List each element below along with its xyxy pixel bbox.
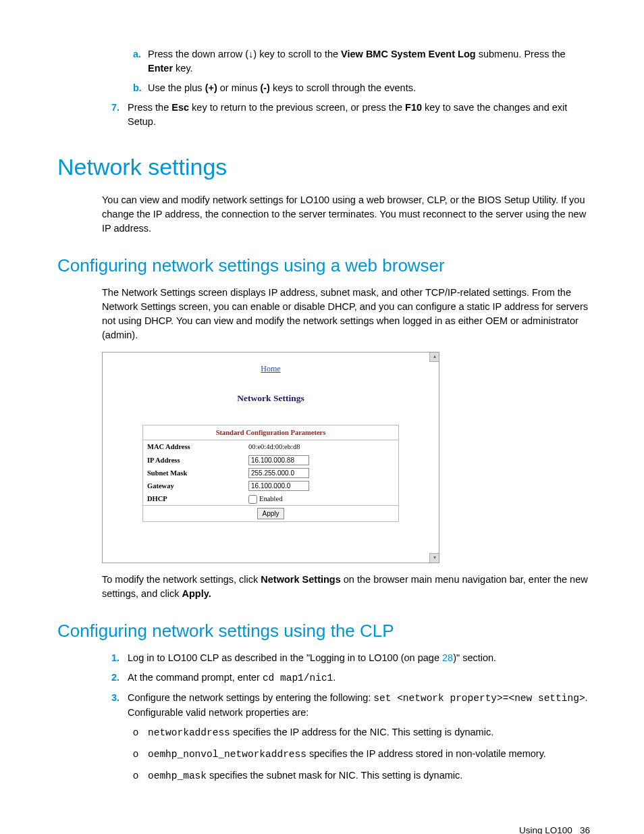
network-settings-figure: ▴ Home Network Settings Standard Configu… <box>102 352 439 563</box>
input-subnet[interactable] <box>248 468 309 478</box>
substep-text: Use the plus (+) or minus (-) keys to sc… <box>148 81 590 95</box>
apply-row: Apply <box>143 505 398 521</box>
substep-text: Press the down arrow (↓) key to scroll t… <box>148 47 590 76</box>
scroll-down-icon: ▾ <box>429 553 439 563</box>
bullet-icon: o <box>133 768 148 783</box>
text-bold: (-) <box>260 82 270 93</box>
text-fragment: key to return to the previous screen, or… <box>189 102 405 113</box>
browser-paragraph: The Network Settings screen displays IP … <box>102 286 590 342</box>
substep-marker: b. <box>133 81 148 95</box>
bullet-text: networkaddress specifies the IP address … <box>148 725 590 740</box>
code-text: oemhp_mask <box>148 771 207 781</box>
text-fragment: . <box>333 672 336 683</box>
page-footer: Using LO100 36 <box>57 824 590 834</box>
config-table: Standard Configuration Parameters MAC Ad… <box>142 425 399 522</box>
page-link[interactable]: 28 <box>442 652 453 663</box>
clp-step-3: 3. Configure the network settings by ent… <box>111 691 590 720</box>
intro-paragraph: You can view and modify network settings… <box>102 193 590 236</box>
scroll-up-icon: ▴ <box>429 353 439 362</box>
code-text: oemhp_nonvol_networkaddress <box>148 749 306 760</box>
text-fragment: keys to scroll through the events. <box>270 82 416 93</box>
code-text: networkaddress <box>148 727 230 738</box>
step-7: 7. Press the Esc key to return to the pr… <box>111 101 590 129</box>
text-fragment: At the command prompt, enter <box>128 672 263 683</box>
text-fragment: Press the down arrow (↓) key to scroll t… <box>148 49 341 59</box>
row-dhcp: DHCP Enabled <box>143 492 398 505</box>
clp-step-list: 1. Log in to LO100 CLP as described in t… <box>111 651 590 720</box>
input-gateway[interactable] <box>248 481 309 491</box>
bullet-nonvol: o oemhp_nonvol_networkaddress specifies … <box>133 747 590 762</box>
bullet-mask: o oemhp_mask specifies the subnet mask f… <box>133 768 590 783</box>
modify-paragraph: To modify the network settings, click Ne… <box>102 573 590 601</box>
text-bold: F10 <box>405 102 422 113</box>
text-fragment: specifies the IP address for the NIC. Th… <box>230 727 493 737</box>
text-fragment: key. <box>173 63 193 74</box>
text-fragment: To modify the network settings, click <box>102 574 261 585</box>
code-text: cd map1/nic1 <box>263 673 333 683</box>
step-list: 7. Press the Esc key to return to the pr… <box>111 101 590 129</box>
apply-button[interactable]: Apply <box>257 508 284 519</box>
label-mac: MAC Address <box>147 442 248 452</box>
row-gateway: Gateway <box>143 479 398 492</box>
heading-network-settings: Network settings <box>57 151 590 184</box>
text-fragment: specifies the subnet mask for NIC. This … <box>207 770 462 781</box>
substep-a: a. Press the down arrow (↓) key to scrol… <box>133 47 590 76</box>
text-fragment: )" section. <box>453 652 496 663</box>
figure-body: ▴ Home Network Settings Standard Configu… <box>103 353 439 563</box>
checkbox-dhcp[interactable] <box>248 495 257 504</box>
text-fragment: or minus <box>217 82 261 93</box>
text-fragment: submenu. Press the <box>476 49 566 59</box>
substep-b: b. Use the plus (+) or minus (-) keys to… <box>133 81 590 95</box>
figure-title: Network Settings <box>119 392 423 405</box>
bullet-icon: o <box>133 725 148 740</box>
footer-page-number: 36 <box>580 825 590 834</box>
step-marker: 7. <box>111 101 128 129</box>
text-fragment: specifies the IP address stored in non-v… <box>306 748 546 759</box>
step-marker: 1. <box>111 651 128 665</box>
dhcp-enabled-text: Enabled <box>259 495 282 502</box>
step-marker: 2. <box>111 671 128 685</box>
footer-section: Using LO100 <box>519 825 572 834</box>
clp-step-1: 1. Log in to LO100 CLP as described in t… <box>111 651 590 665</box>
text-bold: (+) <box>205 82 217 93</box>
step-text: Press the Esc key to return to the previ… <box>128 101 590 129</box>
clp-step-2: 2. At the command prompt, enter cd map1/… <box>111 671 590 685</box>
text-fragment: Use the plus <box>148 82 205 93</box>
label-ip: IP Address <box>147 455 248 465</box>
row-mac: MAC Address 00:e0:4d:00:eb:d8 <box>143 440 398 453</box>
step-text: Configure the network settings by enteri… <box>128 691 590 720</box>
text-bold: Network Settings <box>261 574 340 585</box>
label-dhcp: DHCP <box>147 494 248 504</box>
step-text: Log in to LO100 CLP as described in the … <box>128 651 590 665</box>
row-ip: IP Address <box>143 454 398 467</box>
text-bold: View BMC System Event Log <box>341 49 476 59</box>
heading-config-browser: Configuring network settings using a web… <box>57 253 590 279</box>
label-subnet: Subnet Mask <box>147 468 248 478</box>
bullet-networkaddress: o networkaddress specifies the IP addres… <box>133 725 590 740</box>
bullet-text: oemhp_nonvol_networkaddress specifies th… <box>148 747 590 762</box>
property-bullets: o networkaddress specifies the IP addres… <box>133 725 590 783</box>
step-text: At the command prompt, enter cd map1/nic… <box>128 671 590 685</box>
text-fragment: Press the <box>128 102 171 113</box>
table-header: Standard Configuration Parameters <box>143 425 398 440</box>
row-subnet: Subnet Mask <box>143 467 398 479</box>
label-gateway: Gateway <box>147 481 248 491</box>
substep-marker: a. <box>133 47 148 76</box>
text-bold: Esc <box>171 102 189 113</box>
input-ip[interactable] <box>248 455 309 465</box>
step-marker: 3. <box>111 691 128 720</box>
home-link[interactable]: Home <box>119 363 423 375</box>
text-fragment: Log in to LO100 CLP as described in the … <box>128 652 442 663</box>
step-sublist: a. Press the down arrow (↓) key to scrol… <box>133 47 590 95</box>
heading-config-clp: Configuring network settings using the C… <box>57 619 590 644</box>
code-text: set <network property>=<new setting> <box>373 693 585 704</box>
text-bold: Apply. <box>182 588 211 599</box>
dhcp-cell: Enabled <box>248 494 394 504</box>
text-fragment: Configure the network settings by enteri… <box>128 692 373 703</box>
text-bold: Enter <box>148 63 173 74</box>
value-mac: 00:e0:4d:00:eb:d8 <box>248 442 394 452</box>
bullet-text: oemhp_mask specifies the subnet mask for… <box>148 768 590 783</box>
bullet-icon: o <box>133 747 148 762</box>
